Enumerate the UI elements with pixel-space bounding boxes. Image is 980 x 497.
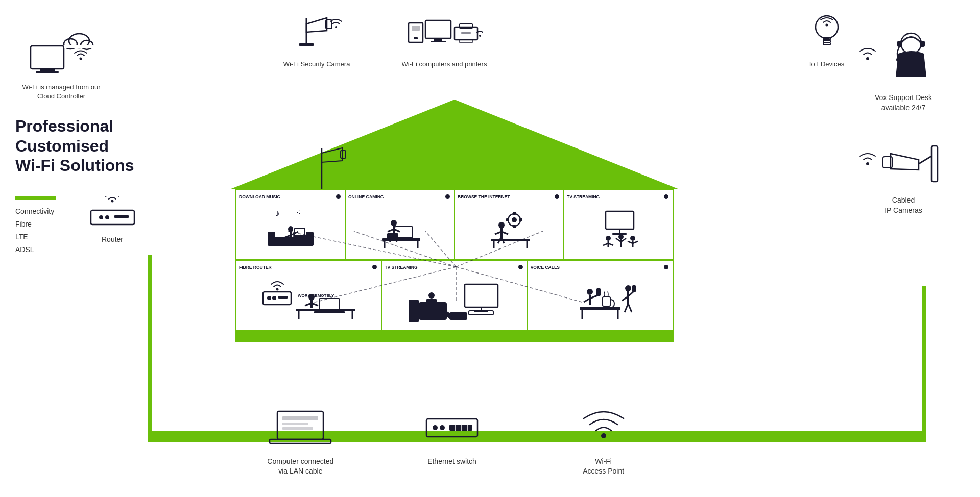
wifi-access-point-item: Wi-FiAccess Point: [553, 406, 655, 477]
svg-rect-79: [612, 233, 627, 235]
room-tv-streaming-upper: TV STREAMING: [564, 190, 673, 259]
svg-rect-157: [920, 41, 925, 47]
svg-rect-126: [596, 288, 601, 296]
svg-rect-0: [31, 46, 64, 69]
svg-point-17: [335, 26, 337, 28]
svg-rect-113: [449, 312, 467, 320]
svg-rect-77: [606, 211, 634, 229]
svg-point-56: [391, 220, 397, 226]
ethernet-switch-item: Ethernet switch: [401, 406, 503, 477]
svg-point-7: [80, 58, 82, 60]
svg-rect-144: [282, 423, 308, 425]
roof: [220, 97, 689, 189]
svg-rect-65: [513, 225, 516, 228]
svg-point-153: [601, 433, 606, 438]
svg-point-103: [308, 294, 315, 300]
svg-rect-27: [461, 32, 471, 34]
svg-point-93: [267, 296, 271, 300]
svg-rect-46: [295, 228, 305, 235]
svg-rect-160: [931, 146, 938, 182]
tv-streaming-upper-svg: [593, 204, 644, 250]
connectivity-router-row: ConnectivityFibreLTEADSL: [15, 196, 209, 257]
room-fibre-router: FIBRE ROUTER: [236, 261, 382, 330]
computers-printers-icon: [406, 13, 483, 54]
svg-point-116: [428, 292, 435, 299]
browse-internet-figure: [458, 204, 561, 252]
svg-rect-145: [282, 427, 313, 430]
house-body: DOWNLOAD MUSIC: [235, 189, 674, 331]
svg-line-132: [628, 304, 632, 312]
left-panel: Wi-Fi is managed from our Cloud Controll…: [15, 31, 209, 256]
cloud-wifi-area: Wi-Fi is managed from our Cloud Controll…: [15, 31, 209, 101]
vox-support-icon: [852, 26, 954, 87]
svg-rect-41: [306, 232, 314, 246]
svg-rect-149: [449, 425, 472, 431]
wifi-access-point-label: Wi-FiAccess Point: [553, 457, 655, 477]
page: Wi-Fi is managed from our Cloud Controll…: [0, 0, 980, 497]
router-label: Router: [87, 235, 138, 243]
svg-rect-156: [897, 41, 902, 47]
ap-dot-3: [555, 194, 559, 199]
svg-point-84: [618, 234, 624, 239]
tv-streaming-upper-figure: [567, 204, 670, 252]
svg-rect-22: [434, 38, 442, 41]
router-icon: [87, 196, 138, 229]
svg-rect-66: [506, 218, 509, 221]
svg-marker-35: [225, 100, 684, 189]
svg-rect-23: [431, 41, 446, 42]
computer-lan-label: Computer connectedvia LAN cable: [249, 457, 351, 477]
room-voice-calls: VOICE CALLS: [528, 261, 673, 330]
voice-calls-figure: [531, 274, 670, 327]
ethernet-switch-label: Ethernet switch: [401, 457, 503, 467]
lower-rooms-row: FIBRE ROUTER: [236, 261, 673, 330]
room-online-gaming: ONLINE GAMING: [346, 190, 455, 259]
svg-point-88: [630, 236, 635, 241]
cabled-cameras-label: CabledIP Cameras: [837, 195, 970, 215]
cabled-cameras-icon: [852, 138, 954, 189]
svg-rect-14: [299, 43, 314, 46]
svg-rect-2: [36, 71, 59, 73]
online-gaming-figure: [348, 204, 451, 252]
svg-rect-47: [293, 235, 306, 237]
svg-point-147: [433, 425, 438, 430]
ethernet-switch-icon: [419, 406, 485, 450]
computers-printers-top: Wi-Fi computers and printers: [388, 13, 500, 69]
computer-lan-icon: [267, 406, 333, 450]
svg-rect-40: [268, 232, 275, 246]
svg-point-80: [606, 236, 611, 241]
right-panel: Vox Support Deskavailable 24/7 CabledIP …: [837, 26, 970, 241]
green-bar-icon: [15, 196, 56, 200]
svg-point-10: [99, 215, 103, 219]
room-browse-internet: BROWSE THE INTERNET: [455, 190, 564, 259]
svg-point-94: [272, 296, 276, 300]
svg-point-29: [816, 16, 838, 38]
security-camera-top: Wi-Fi Security Camera: [276, 13, 357, 69]
svg-rect-142: [270, 439, 331, 443]
security-camera-label: Wi-Fi Security Camera: [276, 60, 357, 69]
house-wrapper: DOWNLOAD MUSIC: [220, 97, 689, 342]
svg-point-63: [512, 217, 517, 222]
svg-point-96: [276, 288, 278, 291]
svg-rect-6: [64, 45, 93, 48]
svg-rect-1: [40, 69, 55, 71]
download-music-figure: ♪ ♫: [239, 204, 342, 252]
roof-svg: [220, 97, 689, 189]
svg-point-42: [288, 226, 293, 232]
svg-text:WORK REMOTELY: WORK REMOTELY: [298, 293, 334, 298]
cabled-cameras-item: CabledIP Cameras: [837, 138, 970, 215]
svg-rect-107: [465, 284, 498, 307]
computers-printers-label: Wi-Fi computers and printers: [388, 60, 500, 69]
svg-line-125: [590, 295, 597, 299]
svg-rect-141: [277, 411, 323, 439]
svg-rect-19: [412, 26, 420, 31]
ap-dot-7: [664, 265, 668, 269]
vertical-line-left: [148, 255, 152, 431]
connectivity-label: ConnectivityFibreLTEADSL: [15, 205, 56, 257]
svg-rect-12: [114, 215, 129, 218]
bottom-section: Computer connectedvia LAN cable Ethernet…: [225, 406, 679, 477]
svg-rect-67: [519, 218, 522, 221]
svg-text:♫: ♫: [296, 207, 301, 215]
svg-rect-117: [426, 299, 437, 311]
ap-dot-2: [445, 194, 450, 199]
cloud-controller-icon-group: Wi-Fi is managed from our Cloud Controll…: [15, 31, 107, 101]
